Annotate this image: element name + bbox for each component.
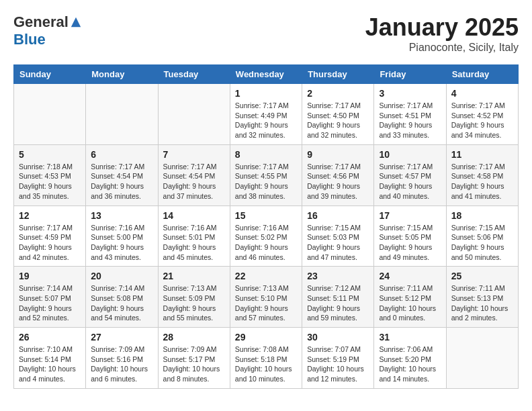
table-row: 11Sunrise: 7:17 AM Sunset: 4:58 PM Dayli… [446,144,518,205]
calendar-table: Sunday Monday Tuesday Wednesday Thursday… [13,64,519,389]
day-number: 24 [379,271,441,281]
calendar-title: January 2025 [365,13,519,42]
day-number: 7 [163,149,225,160]
day-info: Sunrise: 7:06 AM Sunset: 5:20 PM Dayligh… [379,345,441,384]
table-row: 3Sunrise: 7:17 AM Sunset: 4:51 PM Daylig… [374,84,446,145]
table-row: 12Sunrise: 7:17 AM Sunset: 4:59 PM Dayli… [14,205,86,267]
day-info: Sunrise: 7:15 AM Sunset: 5:05 PM Dayligh… [379,223,441,263]
header-wednesday: Wednesday [230,65,302,84]
day-info: Sunrise: 7:15 AM Sunset: 5:03 PM Dayligh… [307,223,369,263]
day-info: Sunrise: 7:14 AM Sunset: 5:07 PM Dayligh… [19,283,81,323]
table-row: 31Sunrise: 7:06 AM Sunset: 5:20 PM Dayli… [374,328,446,389]
calendar-body: 1Sunrise: 7:17 AM Sunset: 4:49 PM Daylig… [14,84,519,389]
day-number: 5 [19,149,81,160]
day-info: Sunrise: 7:17 AM Sunset: 4:54 PM Dayligh… [91,162,152,201]
table-row: 1Sunrise: 7:17 AM Sunset: 4:49 PM Daylig… [230,84,302,145]
day-info: Sunrise: 7:17 AM Sunset: 4:49 PM Dayligh… [235,101,297,140]
day-number: 1 [235,88,297,99]
day-info: Sunrise: 7:11 AM Sunset: 5:13 PM Dayligh… [451,283,513,323]
day-number: 26 [19,332,81,342]
day-number: 25 [451,271,513,281]
day-number: 18 [451,210,513,221]
table-row: 29Sunrise: 7:08 AM Sunset: 5:18 PM Dayli… [230,328,302,389]
day-info: Sunrise: 7:14 AM Sunset: 5:08 PM Dayligh… [91,283,152,323]
table-row: 22Sunrise: 7:13 AM Sunset: 5:10 PM Dayli… [230,267,302,328]
day-number: 9 [307,149,369,160]
day-info: Sunrise: 7:17 AM Sunset: 4:51 PM Dayligh… [379,101,441,140]
table-row [86,84,158,145]
header-monday: Monday [86,65,158,84]
day-number: 20 [91,271,152,281]
day-number: 13 [91,210,152,221]
day-number: 14 [163,210,225,221]
day-number: 29 [235,332,297,342]
day-number: 2 [307,88,369,99]
day-number: 10 [379,149,441,160]
day-info: Sunrise: 7:13 AM Sunset: 5:10 PM Dayligh… [235,283,297,323]
day-number: 6 [91,149,152,160]
day-number: 30 [307,332,369,342]
day-info: Sunrise: 7:15 AM Sunset: 5:06 PM Dayligh… [451,223,513,263]
day-info: Sunrise: 7:16 AM Sunset: 5:01 PM Dayligh… [163,223,225,263]
table-row: 9Sunrise: 7:17 AM Sunset: 4:56 PM Daylig… [302,144,374,205]
day-number: 11 [451,149,513,160]
day-number: 31 [379,332,441,342]
day-number: 16 [307,210,369,221]
table-row: 7Sunrise: 7:17 AM Sunset: 4:54 PM Daylig… [158,144,230,205]
day-info: Sunrise: 7:17 AM Sunset: 4:52 PM Dayligh… [451,101,513,140]
table-row: 2Sunrise: 7:17 AM Sunset: 4:50 PM Daylig… [302,84,374,145]
calendar-header: Sunday Monday Tuesday Wednesday Thursday… [14,65,519,84]
table-row: 4Sunrise: 7:17 AM Sunset: 4:52 PM Daylig… [446,84,518,145]
day-info: Sunrise: 7:17 AM Sunset: 4:54 PM Dayligh… [163,162,225,201]
table-row: 5Sunrise: 7:18 AM Sunset: 4:53 PM Daylig… [14,144,86,205]
table-row: 28Sunrise: 7:09 AM Sunset: 5:17 PM Dayli… [158,328,230,389]
table-row: 23Sunrise: 7:12 AM Sunset: 5:11 PM Dayli… [302,267,374,328]
day-number: 27 [91,332,152,342]
day-number: 22 [235,271,297,281]
day-info: Sunrise: 7:09 AM Sunset: 5:16 PM Dayligh… [91,345,152,384]
day-number: 23 [307,271,369,281]
table-row: 19Sunrise: 7:14 AM Sunset: 5:07 PM Dayli… [14,267,86,328]
header-sunday: Sunday [14,65,86,84]
table-row: 21Sunrise: 7:13 AM Sunset: 5:09 PM Dayli… [158,267,230,328]
day-info: Sunrise: 7:17 AM Sunset: 4:55 PM Dayligh… [235,162,297,201]
table-row [14,84,86,145]
header-friday: Friday [374,65,446,84]
table-row: 30Sunrise: 7:07 AM Sunset: 5:19 PM Dayli… [302,328,374,389]
logo-general-text: General [13,13,69,31]
day-number: 3 [379,88,441,99]
day-number: 19 [19,271,81,281]
day-info: Sunrise: 7:10 AM Sunset: 5:14 PM Dayligh… [19,345,81,384]
header-thursday: Thursday [302,65,374,84]
svg-marker-0 [71,17,81,27]
logo-icon [70,16,82,28]
table-row: 20Sunrise: 7:14 AM Sunset: 5:08 PM Dayli… [86,267,158,328]
table-row: 14Sunrise: 7:16 AM Sunset: 5:01 PM Dayli… [158,205,230,267]
day-info: Sunrise: 7:17 AM Sunset: 4:57 PM Dayligh… [379,162,441,201]
day-info: Sunrise: 7:12 AM Sunset: 5:11 PM Dayligh… [307,283,369,323]
day-number: 28 [163,332,225,342]
day-info: Sunrise: 7:11 AM Sunset: 5:12 PM Dayligh… [379,283,441,323]
day-info: Sunrise: 7:16 AM Sunset: 5:02 PM Dayligh… [235,223,297,263]
day-info: Sunrise: 7:18 AM Sunset: 4:53 PM Dayligh… [19,162,81,201]
table-row: 10Sunrise: 7:17 AM Sunset: 4:57 PM Dayli… [374,144,446,205]
day-number: 21 [163,271,225,281]
day-info: Sunrise: 7:08 AM Sunset: 5:18 PM Dayligh… [235,345,297,384]
day-number: 8 [235,149,297,160]
table-row [158,84,230,145]
page-header: General Blue January 2025 Pianoconte, Si… [13,13,519,54]
day-info: Sunrise: 7:16 AM Sunset: 5:00 PM Dayligh… [91,223,152,263]
table-row [446,328,518,389]
table-row: 27Sunrise: 7:09 AM Sunset: 5:16 PM Dayli… [86,328,158,389]
calendar-subtitle: Pianoconte, Sicily, Italy [365,42,519,54]
day-info: Sunrise: 7:17 AM Sunset: 4:58 PM Dayligh… [451,162,513,201]
table-row: 8Sunrise: 7:17 AM Sunset: 4:55 PM Daylig… [230,144,302,205]
table-row: 6Sunrise: 7:17 AM Sunset: 4:54 PM Daylig… [86,144,158,205]
header-saturday: Saturday [446,65,518,84]
table-row: 18Sunrise: 7:15 AM Sunset: 5:06 PM Dayli… [446,205,518,267]
table-row: 13Sunrise: 7:16 AM Sunset: 5:00 PM Dayli… [86,205,158,267]
day-info: Sunrise: 7:13 AM Sunset: 5:09 PM Dayligh… [163,283,225,323]
day-info: Sunrise: 7:07 AM Sunset: 5:19 PM Dayligh… [307,345,369,384]
table-row: 16Sunrise: 7:15 AM Sunset: 5:03 PM Dayli… [302,205,374,267]
table-row: 24Sunrise: 7:11 AM Sunset: 5:12 PM Dayli… [374,267,446,328]
